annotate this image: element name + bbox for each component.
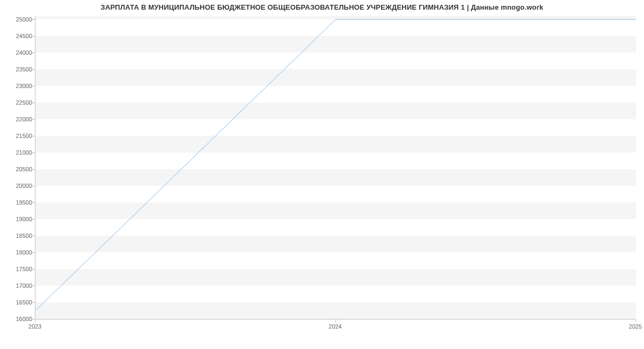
- y-tick-mark: [32, 19, 35, 20]
- y-tick-label: 17500: [3, 266, 32, 272]
- y-tick-label: 19500: [3, 199, 32, 206]
- y-tick-mark: [32, 103, 35, 103]
- y-tick-label: 23000: [3, 83, 32, 89]
- x-tick-mark: [635, 319, 636, 323]
- y-tick-mark: [32, 136, 35, 136]
- y-tick-label: 23500: [3, 66, 32, 72]
- y-tick-mark: [32, 236, 35, 236]
- plot-area: [35, 16, 636, 319]
- y-tick-label: 24000: [3, 49, 32, 56]
- y-tick-mark: [32, 69, 35, 70]
- x-tick-label: 2023: [28, 323, 41, 330]
- x-tick-label: 2025: [629, 323, 642, 330]
- y-tick-mark: [32, 53, 35, 53]
- y-tick-label: 22500: [3, 99, 32, 106]
- y-tick-mark: [32, 86, 35, 86]
- y-tick-label: 24500: [3, 33, 32, 39]
- y-tick-mark: [32, 169, 35, 170]
- series-line: [35, 19, 636, 310]
- y-tick-label: 20500: [3, 166, 32, 172]
- y-tick-label: 22000: [3, 116, 32, 122]
- y-tick-label: 16000: [3, 316, 32, 322]
- y-tick-mark: [32, 252, 35, 253]
- x-tick-label: 2024: [328, 323, 341, 330]
- chart-title: ЗАРПЛАТА В МУНИЦИПАЛЬНОЕ БЮДЖЕТНОЕ ОБЩЕО…: [0, 3, 644, 11]
- y-tick-label: 18000: [3, 249, 32, 256]
- salary-chart: ЗАРПЛАТА В МУНИЦИПАЛЬНОЕ БЮДЖЕТНОЕ ОБЩЕО…: [0, 0, 644, 349]
- y-tick-mark: [32, 286, 35, 286]
- y-tick-mark: [32, 219, 35, 220]
- y-tick-label: 18500: [3, 232, 32, 239]
- y-tick-label: 21000: [3, 149, 32, 156]
- y-tick-mark: [32, 202, 35, 203]
- line-series-svg: [35, 16, 636, 319]
- y-tick-label: 16500: [3, 299, 32, 306]
- y-tick-mark: [32, 302, 35, 303]
- y-tick-mark: [32, 269, 35, 270]
- x-tick-mark: [35, 319, 35, 323]
- y-tick-mark: [32, 186, 35, 186]
- y-tick-mark: [32, 119, 35, 120]
- y-tick-mark: [32, 36, 35, 37]
- y-tick-label: 19000: [3, 216, 32, 222]
- y-tick-label: 20000: [3, 183, 32, 189]
- y-tick-label: 21500: [3, 133, 32, 139]
- x-tick-mark: [335, 319, 336, 323]
- y-tick-label: 25000: [3, 16, 32, 23]
- y-tick-mark: [32, 152, 35, 153]
- y-tick-label: 17000: [3, 282, 32, 289]
